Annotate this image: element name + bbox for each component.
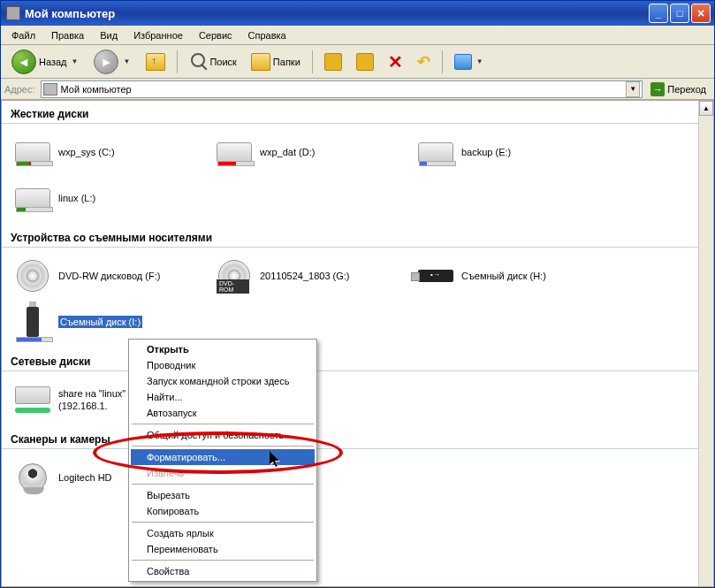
search-button[interactable]: Поиск: [184, 50, 241, 74]
network-drive-icon: [15, 386, 50, 413]
undo-button[interactable]: ↶: [412, 49, 436, 75]
search-icon: [189, 53, 207, 71]
folders-button[interactable]: Папки: [246, 50, 306, 74]
undo-icon: ↶: [417, 52, 430, 72]
context-menu-item[interactable]: Форматировать...: [131, 449, 315, 465]
moveto-button[interactable]: [319, 50, 347, 74]
context-menu-separator: [132, 560, 314, 561]
drive-item[interactable]: Съемный диск (H:): [414, 256, 615, 295]
group-header-scanners: Сканеры и камеры: [2, 426, 698, 449]
moveto-icon: [324, 53, 342, 71]
hdd-icon: [418, 142, 453, 162]
group-header-hdd: Жесткие диски: [2, 101, 698, 124]
context-menu-separator: [132, 446, 314, 447]
hdd-icon: [15, 142, 50, 162]
chevron-down-icon: ▼: [70, 57, 80, 65]
maximize-button[interactable]: □: [670, 4, 689, 23]
group-header-removable: Устройства со съемными носителями: [2, 225, 698, 248]
go-button[interactable]: → Переход: [646, 80, 711, 98]
drive-item[interactable]: wxp_sys (C:): [11, 133, 212, 172]
menu-help[interactable]: Справка: [241, 28, 293, 42]
context-menu-item[interactable]: Найти...: [131, 389, 315, 405]
drive-item-selected[interactable]: Съемный диск (I:): [11, 302, 212, 341]
drive-item[interactable]: linux (L:): [11, 179, 212, 218]
context-menu-item[interactable]: Общий доступ и безопасность...: [131, 427, 315, 443]
delete-icon: ✕: [388, 51, 403, 73]
scroll-up-button[interactable]: ▲: [699, 101, 713, 116]
context-menu-item[interactable]: Создать ярлык: [131, 525, 315, 541]
folder-up-icon: [146, 53, 165, 71]
back-arrow-icon: ◄: [11, 50, 36, 74]
menu-edit[interactable]: Правка: [44, 28, 91, 42]
usb-icon: [418, 270, 453, 282]
menu-file[interactable]: Файл: [4, 28, 42, 42]
go-arrow-icon: →: [650, 82, 665, 96]
forward-button[interactable]: ► ▼: [88, 46, 137, 78]
vertical-scrollbar[interactable]: ▲: [698, 101, 713, 586]
context-menu-item[interactable]: Запуск командной строки здесь: [131, 373, 315, 389]
usb-icon: [27, 307, 39, 337]
address-label: Адрес:: [4, 84, 37, 95]
computer-icon: [43, 83, 57, 95]
views-button[interactable]: ▼: [449, 50, 491, 73]
menu-view[interactable]: Вид: [93, 28, 125, 42]
drive-item[interactable]: DVD-RW дисковод (F:): [11, 256, 212, 295]
dvd-icon: [17, 260, 49, 292]
address-dropdown-button[interactable]: ▼: [626, 81, 640, 97]
back-button[interactable]: ◄ Назад ▼: [6, 46, 85, 78]
address-combobox[interactable]: Мой компьютер ▼: [41, 80, 643, 98]
minimize-button[interactable]: _: [649, 4, 668, 23]
chevron-down-icon: ▼: [475, 57, 485, 65]
context-menu-item[interactable]: Свойства: [131, 563, 315, 579]
context-menu: ОткрытьПроводникЗапуск командной строки …: [128, 339, 317, 582]
close-button[interactable]: ×: [691, 4, 711, 23]
explorer-window: Мой компьютер _ □ × Файл Правка Вид Избр…: [0, 0, 715, 588]
delete-button[interactable]: ✕: [383, 48, 408, 76]
context-menu-item[interactable]: Открыть: [131, 341, 315, 357]
window-title: Мой компьютер: [25, 7, 649, 20]
content-pane[interactable]: Жесткие диски wxp_sys (C:) wxp_dat (D:) …: [2, 101, 698, 586]
context-menu-item[interactable]: Вырезать: [131, 487, 315, 503]
menu-favorites[interactable]: Избранное: [126, 28, 190, 42]
views-icon: [454, 54, 472, 70]
copyto-button[interactable]: [351, 50, 379, 74]
dvd-rom-icon: [218, 260, 250, 292]
context-menu-item: Извлечь: [131, 465, 315, 481]
titlebar[interactable]: Мой компьютер _ □ ×: [1, 1, 714, 26]
context-menu-item[interactable]: Переименовать: [131, 541, 315, 557]
drive-item[interactable]: 20110524_1803 (G:): [212, 256, 414, 295]
hdd-icon: [15, 188, 50, 208]
context-menu-separator: [132, 484, 314, 485]
menubar: Файл Правка Вид Избранное Сервис Справка: [1, 26, 714, 45]
addressbar: Адрес: Мой компьютер ▼ → Переход: [1, 79, 714, 100]
drive-item[interactable]: wxp_dat (D:): [212, 133, 414, 172]
chevron-down-icon: ▼: [121, 57, 132, 65]
context-menu-item[interactable]: Проводник: [131, 357, 315, 373]
forward-arrow-icon: ►: [94, 50, 118, 74]
computer-icon: [6, 6, 20, 20]
copyto-icon: [356, 53, 374, 71]
up-button[interactable]: [141, 50, 171, 74]
drive-item[interactable]: backup (E:): [414, 133, 615, 172]
context-menu-item[interactable]: Автозапуск: [131, 405, 315, 421]
menu-tools[interactable]: Сервис: [192, 28, 240, 42]
context-menu-separator: [132, 522, 314, 523]
context-menu-separator: [132, 424, 314, 424]
context-menu-item[interactable]: Копировать: [131, 503, 315, 519]
address-value: Мой компьютер: [61, 84, 627, 95]
hdd-icon: [217, 142, 252, 162]
toolbar: ◄ Назад ▼ ► ▼ Поиск Папки ✕ ↶ ▼: [1, 45, 714, 79]
group-header-network: Сетевые диски: [2, 348, 698, 371]
folder-icon: [251, 53, 270, 71]
webcam-icon: [19, 463, 47, 492]
